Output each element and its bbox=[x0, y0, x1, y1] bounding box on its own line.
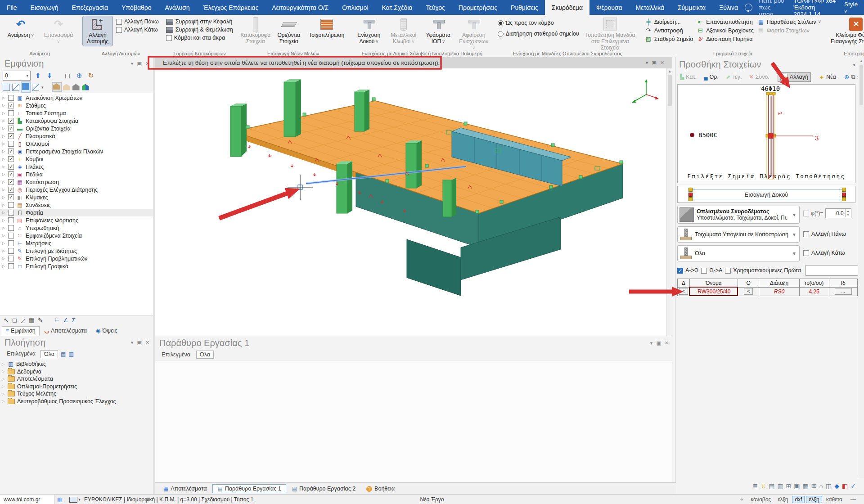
tree-row[interactable]: ▷ ▣ Απεικόνιση Χρωμάτων bbox=[0, 94, 153, 102]
col-header[interactable]: Διάταξη bbox=[759, 279, 800, 288]
menu-item[interactable]: Επεξεργασία bbox=[65, 0, 115, 15]
tree-checkbox[interactable] bbox=[8, 103, 14, 108]
layout-cell[interactable]: RS0 bbox=[759, 287, 800, 296]
tree-checkbox[interactable] bbox=[8, 202, 14, 208]
tree-row[interactable]: ▷ ◈ Πλάκες bbox=[0, 163, 153, 171]
pin-icon[interactable]: ▣ bbox=[652, 60, 656, 66]
expander-icon[interactable]: ▷ bbox=[2, 188, 6, 192]
tree-checkbox[interactable] bbox=[8, 110, 14, 116]
tree-row[interactable]: ▷ ◧ Κλίμακες bbox=[0, 194, 153, 201]
horizontal-elements-button[interactable]: Οριζόντια Στοιχεία bbox=[274, 16, 303, 46]
keep-fixed-point-radio[interactable]: Διατήρηση σταθερού σημείου bbox=[498, 31, 579, 37]
screen-icon[interactable] bbox=[69, 497, 77, 503]
ratio-cell[interactable]: 4.25 bbox=[799, 287, 829, 296]
expander-icon[interactable]: ▷ bbox=[2, 234, 6, 238]
expander-icon[interactable]: ▷ bbox=[2, 149, 6, 153]
pin-icon[interactable]: ▣ bbox=[656, 340, 661, 346]
caret-icon[interactable]: ▾ bbox=[131, 340, 134, 346]
col-header[interactable]: Ιδ bbox=[829, 279, 858, 288]
tree-row[interactable]: ▷ ≋ Στάθμες bbox=[0, 102, 153, 109]
window-tab[interactable]: Βοήθεια bbox=[361, 484, 400, 493]
style-menu[interactable]: Style bbox=[844, 1, 858, 14]
caret-icon[interactable]: ▾ bbox=[131, 61, 134, 67]
zoom-window-icon[interactable] bbox=[851, 73, 855, 81]
export-icon[interactable]: ⇩ bbox=[760, 482, 766, 490]
doc-icon[interactable]: ▣ bbox=[794, 482, 800, 490]
tree-row[interactable]: ▷ ∷ Εμφανιζόμενα Στοιχεία bbox=[0, 232, 153, 239]
change-section-button[interactable]: Αλλαγή Διατομής bbox=[83, 16, 112, 46]
vertical-elements-button[interactable]: Κατακόρυφα Στοιχεία bbox=[240, 16, 271, 46]
tree-checkbox[interactable] bbox=[8, 256, 14, 261]
navigation-item[interactable]: ▷ Δευτεροβάθμιος Προσεισμικός Έλεγχος bbox=[2, 398, 153, 405]
remove-strengthening-button[interactable]: Αφαίρεση Ενισχύσεων bbox=[457, 16, 490, 52]
relative-to-node-radio[interactable]: Ώς προς τον κόμβο bbox=[498, 20, 579, 26]
horizontal-filter-button[interactable]: Ορ. bbox=[701, 72, 721, 81]
menu-item[interactable]: Ξύλινα bbox=[712, 0, 745, 15]
layout-grid-icon[interactable]: ▦ bbox=[57, 496, 62, 503]
menu-item[interactable]: Κατ.Σχέδια bbox=[375, 0, 419, 15]
snap-toggle[interactable]: κάθετα bbox=[824, 496, 845, 503]
tree-checkbox[interactable] bbox=[8, 263, 14, 269]
render-color-icon[interactable] bbox=[82, 84, 89, 90]
expander-icon[interactable]: ▷ bbox=[2, 362, 5, 366]
navigation-item[interactable]: ▷ Βιβλιοθήκες bbox=[2, 360, 153, 368]
expander-icon[interactable]: ▷ bbox=[2, 264, 6, 268]
expander-icon[interactable]: ▷ bbox=[2, 218, 6, 222]
menu-item[interactable]: Σκυρόδεμα bbox=[545, 0, 590, 15]
tree-row[interactable]: ▷ □ Επιλογή Γραφικά bbox=[0, 262, 153, 270]
panel-tab[interactable]: Εμφάνιση bbox=[2, 326, 40, 336]
expander-icon[interactable]: ▷ bbox=[2, 392, 5, 396]
layout-icon[interactable]: ▤ bbox=[61, 351, 66, 357]
tree-row[interactable]: ▷ ◎ Περιοχές Ελέγχου Διάτρησης bbox=[0, 186, 153, 194]
undo-button[interactable]: Αναίρεση bbox=[4, 16, 38, 40]
close-icon[interactable]: ✕ bbox=[660, 60, 664, 66]
pin-icon[interactable]: ▣ bbox=[137, 61, 141, 67]
tree-checkbox[interactable] bbox=[8, 225, 14, 231]
sheet-icon[interactable]: ▤ bbox=[769, 482, 774, 490]
angle-spinner[interactable]: 0.0 ▲▼ bbox=[825, 208, 851, 218]
beam-strengthen-button[interactable]: Ενίσχυση Δοκού bbox=[354, 16, 384, 46]
snap-toggle[interactable]: κάναβος bbox=[748, 496, 774, 503]
expander-icon[interactable]: ▷ bbox=[2, 157, 6, 161]
close-entry-sheet-button[interactable]: Κλείσιμο Φύλλου Εισαγωγής Στοιχείων bbox=[828, 16, 864, 46]
level-down-icon[interactable]: ⬇ bbox=[45, 72, 54, 80]
tree-checkbox[interactable] bbox=[8, 133, 14, 139]
navigation-tab[interactable]: Όλα bbox=[40, 350, 58, 358]
check-icon[interactable]: ✓ bbox=[850, 482, 856, 490]
tree-row[interactable]: ▷ ╱ Πλασματικά bbox=[0, 132, 153, 140]
navigation-tab[interactable]: Επιλεγμένα bbox=[4, 350, 39, 358]
menu-item[interactable]: Τεύχος bbox=[419, 0, 451, 15]
expander-icon[interactable]: ▷ bbox=[2, 104, 6, 108]
navigation-item[interactable]: ▷ Αποτελέσματα bbox=[2, 375, 153, 383]
sort-az-checkbox[interactable]: Α->Ω bbox=[677, 267, 698, 274]
menu-item[interactable]: File bbox=[0, 0, 24, 15]
expander-icon[interactable]: ▷ bbox=[2, 172, 6, 176]
element-type-dropdown[interactable]: Τοιχώματα Υπογείου σε Κοιτόστρωση ▼ bbox=[677, 226, 800, 243]
tree-checkbox[interactable] bbox=[8, 194, 14, 200]
tree-row[interactable]: ▷ ✎ Επιλογή Προβληματικών bbox=[0, 255, 153, 262]
reposition-button[interactable]: Επανατοποθέτηση bbox=[697, 18, 754, 25]
menu-item[interactable]: Λειτουργικότητα Ο/Σ bbox=[265, 0, 335, 15]
sort-used-first-checkbox[interactable]: Χρησιμοποιούμενες Πρώτα bbox=[725, 267, 801, 274]
pan-icon[interactable]: ⊕ bbox=[75, 72, 84, 80]
select-pick-icon[interactable]: ↖ bbox=[4, 317, 9, 324]
view-hidden-icon[interactable] bbox=[32, 84, 39, 91]
select-properties-icon[interactable]: ✎ bbox=[38, 317, 43, 324]
render-gray-icon[interactable] bbox=[72, 84, 80, 90]
expander-icon[interactable]: ▷ bbox=[2, 377, 5, 381]
close-icon[interactable]: ✕ bbox=[665, 340, 669, 346]
tree-checkbox[interactable] bbox=[8, 118, 14, 124]
place-jacket-button[interactable]: Τοποθέτηση Μανδύα στα Επιλεγμένα Στοιχεί… bbox=[583, 16, 638, 52]
scroll-thumb[interactable] bbox=[668, 75, 672, 106]
tree-row[interactable]: ▷ ▦ Κοιτόστρωση bbox=[0, 178, 153, 186]
expander-icon[interactable]: ▷ bbox=[2, 165, 6, 169]
fixed-point-button[interactable]: Σταθερό Σημείο bbox=[645, 36, 693, 42]
expander-icon[interactable]: ▷ bbox=[2, 180, 6, 184]
tree-checkbox[interactable] bbox=[8, 156, 14, 162]
tree-checkbox[interactable] bbox=[8, 148, 14, 154]
snap-toggle[interactable]: έλξη bbox=[806, 496, 822, 503]
tree-checkbox[interactable] bbox=[8, 179, 14, 185]
level-up-icon[interactable]: ⬆ bbox=[33, 72, 42, 80]
tree-checkbox[interactable] bbox=[8, 95, 14, 101]
model-3d-view[interactable] bbox=[155, 68, 666, 336]
